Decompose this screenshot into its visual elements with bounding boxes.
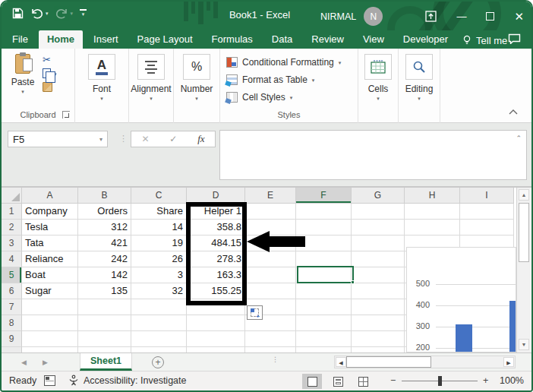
cell-F8[interactable] <box>296 315 352 331</box>
tab-data[interactable]: Data <box>263 30 301 49</box>
cell-C7[interactable] <box>131 299 187 315</box>
cell-C5[interactable]: 3 <box>131 267 187 283</box>
column-header-H[interactable]: H <box>405 188 460 204</box>
comments-icon[interactable] <box>508 33 521 44</box>
cell-A2[interactable]: Tesla <box>22 220 78 236</box>
cell-C8[interactable] <box>131 315 187 331</box>
copy-button[interactable]: ▾ <box>43 68 57 78</box>
cell-C9[interactable] <box>131 331 187 347</box>
cell-G8[interactable] <box>352 315 405 331</box>
cell-C6[interactable]: 32 <box>131 283 187 299</box>
sheet-tab-sheet1[interactable]: Sheet1 <box>80 353 132 371</box>
column-header-A[interactable]: A <box>22 188 78 204</box>
horizontal-scrollbar[interactable]: ◀ ▶ <box>334 356 516 368</box>
column-header-I[interactable]: I <box>460 188 514 204</box>
cell-B3[interactable]: 421 <box>78 236 131 251</box>
cell-C10[interactable] <box>131 347 187 352</box>
cell-G3[interactable] <box>352 236 405 251</box>
cell-G6[interactable] <box>352 283 405 299</box>
column-header-B[interactable]: B <box>78 188 131 204</box>
row-header-2[interactable]: 2 <box>2 220 22 236</box>
cell-H1[interactable] <box>405 204 460 220</box>
horizontal-scrollbar-thumb[interactable] <box>346 356 431 368</box>
cell-C4[interactable]: 26 <box>131 251 187 267</box>
tab-insert[interactable]: Insert <box>85 30 127 49</box>
normal-view-button[interactable] <box>302 374 322 389</box>
format-painter-button[interactable] <box>43 82 52 92</box>
insert-function-button[interactable]: fx <box>197 133 204 145</box>
cell-E1[interactable] <box>245 204 296 220</box>
cell-A5[interactable]: Boat <box>22 267 78 283</box>
styles-item-conditional-formatting[interactable]: Conditional Formatting▾ <box>220 53 358 71</box>
save-button[interactable] <box>12 8 24 19</box>
embedded-chart[interactable]: 500400300200 <box>406 247 516 352</box>
cell-H2[interactable] <box>405 220 460 236</box>
cell-A10[interactable] <box>22 347 78 352</box>
tell-me-box[interactable]: Tell me <box>462 30 507 49</box>
cell-B9[interactable] <box>78 331 131 347</box>
cell-B6[interactable]: 135 <box>78 283 131 299</box>
cell-E10[interactable] <box>245 347 296 352</box>
redo-button[interactable]: ▾ <box>55 8 74 19</box>
cell-G1[interactable] <box>352 204 405 220</box>
row-header-10[interactable] <box>2 347 22 352</box>
cell-G4[interactable] <box>352 251 405 267</box>
styles-item-cell-styles[interactable]: Cell Styles▾ <box>220 88 358 106</box>
row-header-1[interactable]: 1 <box>2 204 22 220</box>
number-button[interactable]: % Number ▾ <box>174 54 219 102</box>
vertical-scrollbar[interactable]: ▲ ▼ <box>516 188 531 352</box>
tab-home[interactable]: Home <box>39 30 83 49</box>
close-button[interactable]: ✕ <box>514 11 524 22</box>
cell-B8[interactable] <box>78 315 131 331</box>
font-button[interactable]: A Font ▾ <box>75 54 128 102</box>
row-header-8[interactable]: 8 <box>2 315 22 331</box>
previous-sheet-arrow[interactable]: ◀ <box>21 359 27 366</box>
cell-A9[interactable] <box>22 331 78 347</box>
cell-D8[interactable] <box>187 315 245 331</box>
cell-F7[interactable] <box>296 299 352 315</box>
cell-B4[interactable]: 242 <box>78 251 131 267</box>
vertical-scrollbar-thumb[interactable] <box>519 203 529 262</box>
cell-B10[interactable] <box>78 347 131 352</box>
accessibility-status[interactable]: Accessibility: Investigate <box>84 375 186 386</box>
row-header-3[interactable]: 3 <box>2 236 22 251</box>
cell-D9[interactable] <box>187 331 245 347</box>
next-sheet-arrow[interactable]: ▶ <box>43 359 48 366</box>
cell-D10[interactable] <box>187 347 245 352</box>
autofill-options-button[interactable] <box>247 305 263 320</box>
zoom-out-button[interactable]: − <box>390 375 396 386</box>
styles-item-format-as-table[interactable]: Format as Table▾ <box>220 71 358 88</box>
page-layout-view-button[interactable] <box>328 374 348 389</box>
scrollbar-resize-handle[interactable]: ⋮ <box>272 356 279 363</box>
redo-dropdown[interactable]: ▾ <box>71 11 74 17</box>
scroll-up-arrow[interactable]: ▲ <box>519 189 529 201</box>
fill-handle[interactable] <box>351 280 355 284</box>
zoom-slider-thumb[interactable] <box>438 376 442 386</box>
cell-C2[interactable]: 14 <box>131 220 187 236</box>
tab-review[interactable]: Review <box>303 30 352 49</box>
cut-button[interactable]: ✂ <box>43 55 57 65</box>
name-box[interactable]: F5 ▾ <box>8 131 108 147</box>
accessibility-icon[interactable] <box>68 375 80 386</box>
cell-E5[interactable] <box>245 267 296 283</box>
row-header-4[interactable]: 4 <box>2 251 22 267</box>
tab-page-layout[interactable]: Page Layout <box>129 30 201 49</box>
cell-E6[interactable] <box>245 283 296 299</box>
column-header-D[interactable]: D <box>187 188 245 204</box>
enter-entry-button[interactable]: ✓ <box>169 134 177 144</box>
cell-A4[interactable]: Reliance <box>22 251 78 267</box>
user-name[interactable]: NIRMAL <box>320 11 356 22</box>
row-header-5[interactable]: 5 <box>2 267 22 283</box>
formula-bar-input[interactable]: ⌃ <box>219 130 527 180</box>
collapse-ribbon-button[interactable] <box>509 109 518 115</box>
cell-F4[interactable] <box>296 251 352 267</box>
selected-cell-F5[interactable] <box>297 266 354 283</box>
cell-B7[interactable] <box>78 299 131 315</box>
cell-A8[interactable] <box>22 315 78 331</box>
cell-B2[interactable]: 312 <box>78 220 131 236</box>
new-sheet-button[interactable]: + <box>152 356 164 368</box>
cell-A7[interactable] <box>22 299 78 315</box>
collapse-formula-bar-icon[interactable]: ⌃ <box>516 134 522 142</box>
tab-view[interactable]: View <box>355 30 393 49</box>
cell-G5[interactable] <box>352 267 405 283</box>
